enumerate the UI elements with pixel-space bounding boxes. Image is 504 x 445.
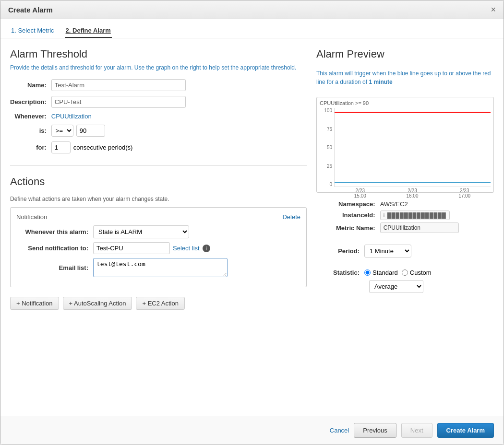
- whenever-value: CPUUtilization: [51, 113, 92, 120]
- threshold-value-input[interactable]: [76, 125, 105, 137]
- namespace-value: AWS/EC2: [380, 199, 494, 210]
- custom-radio[interactable]: [402, 269, 408, 276]
- period-select[interactable]: 1 Minute 5 Minutes 15 Minutes 1 Hour: [364, 245, 411, 258]
- is-field: >= > <= < =: [51, 122, 186, 139]
- notification-box: Notification Delete Whenever this alarm:…: [10, 207, 307, 287]
- threshold-title: Alarm Threshold: [10, 48, 307, 60]
- statistic-section: Statistic: Standard Custom: [316, 267, 494, 293]
- alarm-chart: CPUUtilization >= 90 100 75 50 25 0: [316, 97, 494, 193]
- email-field: test@test.com: [93, 258, 300, 277]
- chart-title: CPUUtilization >= 90: [320, 100, 491, 106]
- alarm-state-row: Whenever this alarm: State is ALARM Stat…: [16, 225, 300, 238]
- alarm-info-grid: Namespace: AWS/EC2 InstanceId: i-███████…: [316, 199, 494, 235]
- cancel-button[interactable]: Cancel: [330, 427, 349, 434]
- namespace-label: Namespace:: [316, 199, 380, 210]
- is-controls: >= > <= < =: [51, 125, 186, 137]
- x-label-2: 2/23 16:00: [406, 188, 418, 199]
- for-row: for: consecutive period(s): [10, 139, 186, 156]
- name-label: Name:: [10, 77, 51, 94]
- add-autoscaling-button[interactable]: + AutoScaling Action: [63, 297, 132, 310]
- instanceid-label: InstanceId:: [316, 210, 380, 221]
- email-row: Email list: test@test.com: [16, 258, 300, 277]
- operator-select[interactable]: >= > <= < =: [51, 125, 73, 137]
- whenever-field: CPUUtilization: [51, 110, 186, 122]
- for-value-input[interactable]: [51, 141, 71, 153]
- threshold-form: Name: Description: Whenever:: [10, 77, 186, 156]
- add-notification-button[interactable]: + Notification: [10, 297, 59, 310]
- standard-radio-label[interactable]: Standard: [364, 269, 398, 276]
- y-label-75: 75: [320, 127, 332, 132]
- send-notif-row: Send notification to: Select list i: [16, 242, 300, 254]
- instanceid-display: i-██████████████: [380, 211, 450, 220]
- whenever-label: Whenever:: [10, 110, 51, 122]
- modal-footer: Cancel Previous Next Create Alarm: [0, 416, 504, 445]
- actions-description: Define what actions are taken when your …: [10, 196, 307, 202]
- custom-label: Custom: [410, 269, 432, 276]
- description-input[interactable]: [51, 96, 186, 108]
- is-label: is:: [10, 122, 51, 139]
- alarm-state-select[interactable]: State is ALARM State is OK State is INSU…: [93, 225, 189, 238]
- is-row: is: >= > <= < =: [10, 122, 186, 139]
- statistic-label: Statistic:: [316, 267, 364, 278]
- alarm-state-field: State is ALARM State is OK State is INSU…: [93, 225, 300, 238]
- for-controls: consecutive period(s): [51, 141, 186, 153]
- y-label-50: 50: [320, 145, 332, 150]
- statistic-options: Standard Custom: [364, 269, 432, 276]
- right-panel: Alarm Preview This alarm will trigger wh…: [316, 48, 494, 406]
- period-label: Period:: [316, 246, 364, 257]
- name-field: [51, 77, 186, 94]
- name-input[interactable]: [51, 79, 186, 91]
- select-list-link[interactable]: Select list: [173, 245, 200, 252]
- whenever-row: Whenever: CPUUtilization: [10, 110, 186, 122]
- description-row: Description:: [10, 94, 186, 110]
- send-notif-input[interactable]: [93, 242, 170, 254]
- tabs-container: 1. Select Metric 2. Define Alarm: [0, 19, 504, 38]
- email-label: Email list:: [16, 264, 93, 271]
- threshold-description: Provide the details and threshold for yo…: [10, 63, 307, 72]
- alarm-preview-description: This alarm will trigger when the blue li…: [316, 69, 494, 86]
- tab-select-metric[interactable]: 1. Select Metric: [10, 24, 55, 38]
- metric-name-row: Metric Name:: [316, 221, 494, 235]
- for-label: for:: [10, 139, 51, 156]
- create-alarm-modal: Create Alarm × 1. Select Metric 2. Defin…: [0, 0, 504, 445]
- modal-title: Create Alarm: [8, 6, 53, 14]
- modal-body: Alarm Threshold Provide the details and …: [0, 38, 504, 416]
- y-label-0: 0: [320, 182, 332, 187]
- notification-header: Notification Delete: [16, 213, 300, 221]
- standard-label: Standard: [372, 269, 398, 276]
- stat-select[interactable]: Average Sum SampleCount Maximum Minimum: [369, 280, 423, 293]
- notification-label: Notification: [16, 213, 47, 221]
- email-textarea[interactable]: test@test.com: [93, 258, 228, 277]
- tab-define-alarm[interactable]: 2. Define Alarm: [65, 24, 112, 38]
- description-field: [51, 94, 186, 110]
- close-button[interactable]: ×: [491, 5, 496, 14]
- standard-radio[interactable]: [364, 269, 371, 276]
- whenever-this-alarm-label: Whenever this alarm:: [16, 228, 93, 235]
- modal-header: Create Alarm ×: [0, 0, 504, 19]
- previous-button[interactable]: Previous: [354, 423, 396, 438]
- instanceid-row: InstanceId: i-██████████████: [316, 210, 494, 221]
- for-field: consecutive period(s): [51, 139, 186, 156]
- chart-xaxis: 2/23 15:00 2/23 16:00 2/23 17:00: [320, 188, 491, 199]
- actions-title: Actions: [10, 176, 307, 188]
- metric-name-input[interactable]: [380, 222, 459, 233]
- add-buttons: + Notification + AutoScaling Action + EC…: [10, 297, 307, 310]
- create-alarm-button[interactable]: Create Alarm: [437, 423, 494, 438]
- stat-select-row: Average Sum SampleCount Maximum Minimum: [369, 280, 494, 293]
- period-field: 1 Minute 5 Minutes 15 Minutes 1 Hour: [364, 245, 411, 258]
- description-label: Description:: [10, 94, 51, 110]
- period-row: Period: 1 Minute 5 Minutes 15 Minutes 1 …: [316, 245, 494, 258]
- delete-link[interactable]: Delete: [282, 213, 300, 221]
- custom-radio-label[interactable]: Custom: [402, 269, 432, 276]
- actions-section: Actions Define what actions are taken wh…: [10, 176, 307, 310]
- info-icon[interactable]: i: [203, 245, 210, 252]
- for-suffix: consecutive period(s): [73, 144, 133, 151]
- statistic-row: Statistic: Standard Custom: [316, 267, 494, 278]
- chart-yaxis: 100 75 50 25 0: [320, 108, 334, 187]
- y-label-100: 100: [320, 108, 332, 113]
- send-notif-field: Select list i: [93, 242, 300, 254]
- namespace-row: Namespace: AWS/EC2: [316, 199, 494, 210]
- threshold-line: [335, 112, 491, 113]
- next-button: Next: [401, 423, 432, 438]
- add-ec2-button[interactable]: + EC2 Action: [136, 297, 185, 310]
